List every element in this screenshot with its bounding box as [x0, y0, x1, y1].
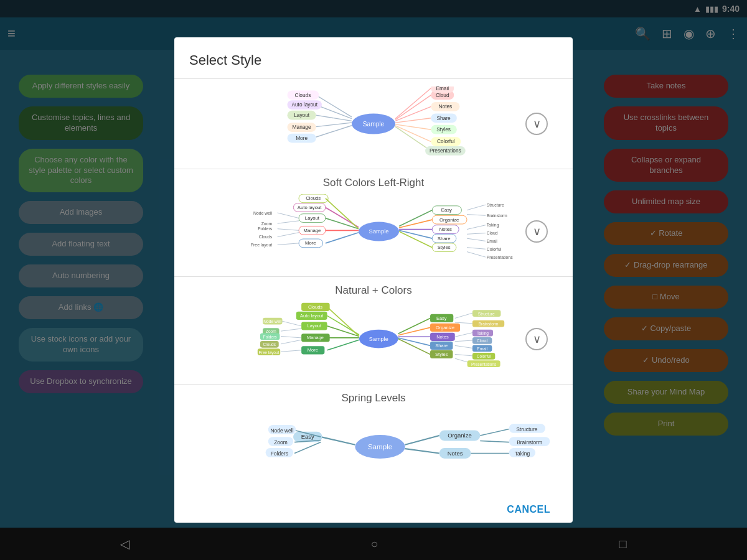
svg-text:Taking: Taking — [487, 223, 499, 228]
expand-btn-first[interactable]: ∨ — [525, 113, 548, 135]
svg-text:Structure: Structure — [516, 426, 538, 432]
style-item-natural[interactable]: Natural + Colors Sample Layout Manage Mo… — [174, 276, 573, 384]
svg-line-23 — [395, 124, 431, 129]
svg-text:Cloud: Cloud — [487, 231, 498, 235]
style-preview-natural: Sample Layout Manage More Auto layout — [189, 302, 558, 376]
svg-text:Organize: Organize — [439, 217, 459, 223]
svg-line-11 — [316, 105, 352, 119]
svg-text:Zoom: Zoom — [266, 329, 276, 334]
svg-line-176 — [405, 436, 439, 445]
svg-text:Auto layout: Auto layout — [298, 205, 322, 210]
svg-line-111 — [281, 321, 301, 326]
svg-text:Free layout: Free layout — [258, 350, 279, 355]
svg-text:Email: Email — [436, 86, 449, 91]
svg-line-5 — [316, 123, 352, 126]
style-name-natural: Natural + Colors — [189, 284, 558, 297]
svg-text:Presentations: Presentations — [430, 147, 461, 154]
modal-title: Select Style — [174, 37, 573, 78]
svg-line-179 — [480, 429, 509, 436]
svg-text:Manage: Manage — [304, 228, 321, 233]
svg-line-82 — [467, 215, 486, 216]
svg-text:Styles: Styles — [438, 245, 451, 250]
svg-text:Clouds: Clouds — [263, 342, 276, 347]
svg-text:Free layout: Free layout — [251, 243, 272, 248]
svg-line-59 — [278, 229, 299, 231]
svg-text:Clouds: Clouds — [295, 92, 311, 98]
svg-line-52 — [326, 198, 359, 229]
svg-text:Presentations: Presentations — [471, 362, 497, 366]
svg-line-88 — [467, 238, 486, 241]
style-item-soft-colors[interactable]: Soft Colors Left-Right Sample Layout Man… — [174, 169, 573, 276]
svg-text:Email: Email — [487, 239, 498, 243]
expand-btn-soft[interactable]: ∨ — [525, 220, 548, 243]
svg-text:Sample: Sample — [369, 228, 389, 235]
svg-text:Easy: Easy — [436, 315, 447, 321]
svg-text:Styles: Styles — [436, 126, 451, 133]
svg-text:Folders: Folders — [263, 335, 278, 339]
svg-text:Layout: Layout — [308, 323, 322, 329]
svg-line-2 — [316, 115, 352, 121]
svg-line-92 — [467, 252, 486, 258]
svg-line-96 — [327, 326, 359, 337]
svg-text:Brainstorm: Brainstorm — [487, 213, 507, 218]
svg-text:Sample: Sample — [368, 442, 392, 450]
svg-text:Structure: Structure — [487, 203, 504, 207]
svg-text:Share: Share — [438, 236, 451, 241]
svg-line-173 — [294, 442, 321, 454]
style-item-first[interactable]: Sample Layout Manage More Auto layout — [174, 78, 573, 169]
svg-text:Layout: Layout — [294, 112, 310, 118]
cancel-button[interactable]: CANCEL — [499, 499, 558, 520]
svg-line-144 — [455, 322, 472, 324]
svg-text:Sample: Sample — [369, 336, 388, 342]
svg-line-141 — [455, 313, 472, 318]
style-item-spring[interactable]: Spring Levels Sample Easy Node well Zoom — [174, 384, 573, 492]
style-preview-first: Sample Layout Manage More Auto layout — [189, 86, 558, 161]
select-style-modal: Select Style Sample Layout Manage — [174, 37, 573, 523]
svg-text:Node well: Node well — [263, 319, 282, 324]
svg-text:Cloud: Cloud — [477, 338, 488, 343]
svg-text:Structure: Structure — [478, 312, 495, 316]
svg-text:Clouds: Clouds — [259, 235, 273, 239]
modal-actions: CANCEL — [174, 492, 573, 523]
svg-text:Colorful: Colorful — [477, 354, 491, 358]
svg-text:Presentations: Presentations — [487, 255, 513, 259]
svg-text:Share: Share — [435, 343, 448, 348]
svg-line-164 — [321, 437, 355, 445]
svg-text:Share: Share — [437, 115, 451, 121]
svg-text:More: More — [296, 135, 308, 141]
svg-line-147 — [455, 333, 472, 337]
svg-text:Colorful: Colorful — [437, 138, 455, 144]
svg-line-46 — [326, 233, 359, 243]
svg-text:Zoom: Zoom — [274, 439, 288, 446]
svg-text:Node well: Node well — [271, 427, 294, 434]
svg-line-153 — [455, 345, 472, 348]
expand-btn-natural[interactable]: ∨ — [525, 328, 548, 350]
svg-text:Clouds: Clouds — [308, 304, 322, 310]
svg-text:Easy: Easy — [441, 207, 452, 213]
svg-text:Clouds: Clouds — [306, 195, 321, 201]
svg-line-156 — [455, 354, 472, 355]
svg-text:Auto layout: Auto layout — [291, 101, 317, 108]
svg-text:Auto layout: Auto layout — [300, 313, 324, 319]
style-preview-spring: Sample Easy Node well Zoom Folders — [189, 409, 558, 484]
svg-text:Folders: Folders — [258, 226, 272, 231]
svg-line-57 — [278, 221, 299, 223]
svg-text:Notes: Notes — [439, 226, 452, 232]
svg-text:Brainstorm: Brainstorm — [517, 439, 542, 446]
svg-line-120 — [281, 340, 301, 344]
svg-line-185 — [405, 449, 439, 453]
svg-text:More: More — [308, 347, 318, 353]
svg-text:Notes: Notes — [448, 450, 463, 457]
svg-text:Manage: Manage — [293, 124, 311, 130]
svg-text:Node well: Node well — [253, 211, 273, 215]
svg-line-102 — [327, 340, 359, 350]
svg-line-61 — [278, 233, 299, 237]
svg-line-84 — [467, 225, 486, 230]
svg-line-150 — [455, 340, 472, 342]
svg-text:Organize: Organize — [436, 325, 454, 330]
svg-text:Taking: Taking — [515, 450, 530, 457]
svg-text:Manage: Manage — [307, 335, 324, 340]
style-name-spring: Spring Levels — [189, 392, 558, 404]
svg-line-117 — [281, 336, 301, 337]
svg-text:Colorful: Colorful — [487, 247, 502, 251]
